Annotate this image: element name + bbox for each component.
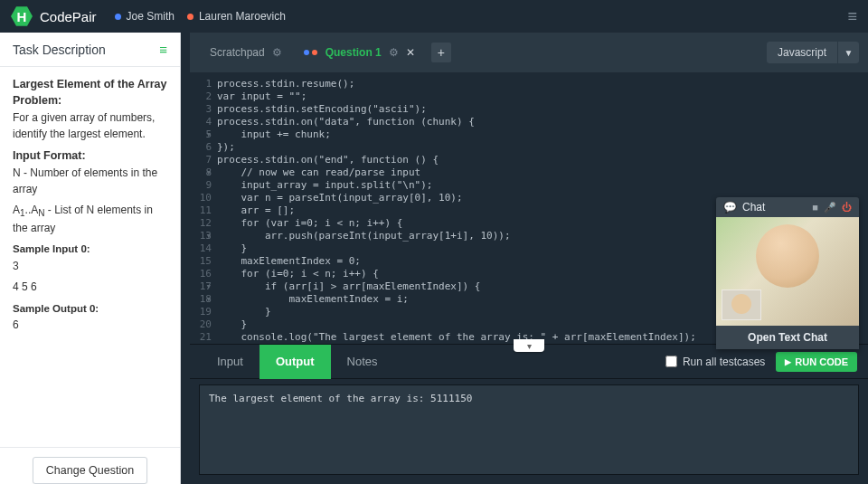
video-feed-self[interactable] xyxy=(722,289,761,320)
language-select-label: Javascript xyxy=(767,43,837,62)
problem-text: For a given array of numbers, identify t… xyxy=(13,110,167,142)
sample-input-title: Sample Input 0: xyxy=(13,242,167,257)
top-bar: H CodePair Joe Smith Lauren Maroevich ≡ xyxy=(0,0,868,33)
editor-panel: Scratchpad ⚙ Question 1 ⚙ ✕ + Javascript… xyxy=(181,33,868,484)
output-tab-output[interactable]: Output xyxy=(259,345,331,379)
task-panel-header: Task Description ≡ xyxy=(0,33,180,66)
problem-title: Largest Element of the Array Problem: xyxy=(13,76,167,109)
chat-bubble-icon: 💬 xyxy=(723,201,737,214)
brand-name: CodePair xyxy=(40,9,97,24)
video-icon[interactable]: ■ xyxy=(812,202,818,214)
output-tab-notes[interactable]: Notes xyxy=(331,345,394,379)
presence-dot xyxy=(115,14,121,20)
console-output: The largest element of the array is: 511… xyxy=(199,384,859,475)
add-tab-button[interactable]: + xyxy=(431,43,451,62)
sample-input-line-1: 3 xyxy=(13,259,167,274)
participant-1: Joe Smith xyxy=(115,10,175,23)
chat-header: 💬 Chat ■ 🎤 ⏻ xyxy=(716,197,859,217)
open-text-chat-button[interactable]: Open Text Chat xyxy=(716,326,859,349)
output-tabs-bar: Input Output Notes Run all testcases RUN… xyxy=(190,345,868,379)
editor-tabs-bar: Scratchpad ⚙ Question 1 ⚙ ✕ + Javascript… xyxy=(190,33,868,72)
task-description-body: Largest Element of the Array Problem: Fo… xyxy=(0,66,180,447)
tab-question-1[interactable]: Question 1 ⚙ ✕ xyxy=(293,33,426,72)
run-all-testcases-label: Run all testcases xyxy=(683,356,765,368)
input-format-line-2: A1..AN - List of N elements in the array xyxy=(13,203,167,236)
chat-widget: 💬 Chat ■ 🎤 ⏻ Open Text Chat xyxy=(716,197,859,349)
main-area: Task Description ≡ Largest Element of th… xyxy=(0,33,868,484)
tab-scratchpad-label: Scratchpad xyxy=(210,46,265,59)
video-feed-main[interactable] xyxy=(716,217,859,326)
tab-question-1-label: Question 1 xyxy=(326,46,382,59)
sample-output-title: Sample Output 0: xyxy=(13,301,167,317)
sample-input-line-2: 4 5 6 xyxy=(13,280,167,295)
language-select[interactable]: Javascript ▼ xyxy=(767,42,859,63)
run-all-testcases-checkbox[interactable] xyxy=(665,356,677,367)
output-tab-input[interactable]: Input xyxy=(201,345,259,379)
hangup-icon[interactable]: ⏻ xyxy=(842,202,852,214)
participant-2-name: Lauren Maroevich xyxy=(199,10,286,23)
input-format-title: Input Format: xyxy=(13,147,167,164)
chevron-down-icon: ▼ xyxy=(837,42,859,63)
task-panel-title: Task Description xyxy=(13,43,106,57)
participants-on-tab xyxy=(304,50,320,55)
gear-icon[interactable]: ⚙ xyxy=(272,46,282,59)
presence-dot xyxy=(187,14,193,20)
chat-controls: ■ 🎤 ⏻ xyxy=(812,202,852,214)
line-number-gutter: 1234 ▾567 ▾89101112 ▾13141516 ▾17 ▾18192… xyxy=(190,72,217,344)
task-panel-menu-icon[interactable]: ≡ xyxy=(159,42,167,57)
change-question-button[interactable]: Change Question xyxy=(33,457,147,484)
close-icon[interactable]: ✕ xyxy=(406,46,415,59)
change-question-bar: Change Question xyxy=(0,447,180,484)
task-panel: Task Description ≡ Largest Element of th… xyxy=(0,33,181,484)
run-all-testcases-toggle[interactable]: Run all testcases xyxy=(665,356,765,368)
logo-icon: H xyxy=(11,5,33,27)
hamburger-menu-icon[interactable]: ≡ xyxy=(847,7,857,26)
participant-1-name: Joe Smith xyxy=(127,10,175,23)
chat-title: Chat xyxy=(742,201,765,214)
output-panel: ▾ Input Output Notes Run all testcases R… xyxy=(190,344,868,484)
input-format-line-1: N - Number of elements in the array xyxy=(13,166,167,197)
run-code-button[interactable]: RUN CODE xyxy=(776,352,857,372)
tab-scratchpad[interactable]: Scratchpad ⚙ xyxy=(199,33,293,72)
mic-icon[interactable]: 🎤 xyxy=(824,202,836,214)
sample-output-line-1: 6 xyxy=(13,318,167,333)
gear-icon[interactable]: ⚙ xyxy=(389,46,399,59)
participant-2: Lauren Maroevich xyxy=(187,10,286,23)
